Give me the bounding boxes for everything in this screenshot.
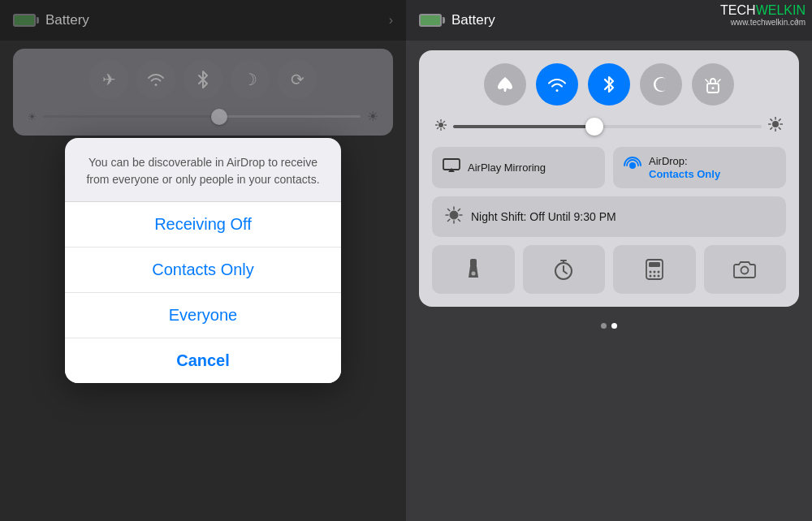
night-shift-icon — [445, 206, 463, 227]
svg-point-38 — [657, 271, 659, 273]
wifi-btn[interactable] — [536, 63, 578, 105]
flashlight-btn[interactable] — [432, 245, 515, 294]
svg-point-1 — [712, 87, 715, 89]
airdrop-btn[interactable]: AirDrop: Contacts Only — [613, 147, 786, 188]
svg-line-28 — [458, 219, 460, 221]
brightness-thumb — [585, 118, 603, 136]
airdrop-options: Receiving Off Contacts Only Everyone — [65, 202, 341, 338]
night-shift-label: Night Shift: Off Until 9:30 PM — [471, 210, 616, 223]
dot-2 — [611, 323, 617, 329]
right-control-panel: AirPlay Mirroring AirDrop: Contacts Only — [419, 50, 799, 307]
svg-point-36 — [649, 271, 651, 273]
svg-line-17 — [779, 127, 780, 129]
brightness-low-icon — [435, 119, 447, 133]
airdrop-overlay: You can be discoverable in AirDrop to re… — [0, 0, 406, 521]
airdrop-icon — [623, 156, 642, 179]
airplay-icon — [442, 157, 461, 178]
svg-point-11 — [772, 121, 779, 127]
brightness-fill — [453, 125, 592, 128]
airdrop-description: You can be discoverable in AirDrop to re… — [84, 154, 322, 188]
calculator-btn[interactable] — [613, 245, 696, 294]
feature-row: AirPlay Mirroring AirDrop: Contacts Only — [432, 147, 786, 188]
right-panel: TECHWELKIN www.techwelkin.com Battery › — [406, 0, 812, 521]
svg-point-21 — [629, 162, 636, 169]
bottom-icons-row — [432, 245, 786, 294]
svg-point-32 — [471, 272, 475, 276]
airdrop-label-text: AirDrop: — [649, 155, 688, 167]
airdrop-everyone[interactable]: Everyone — [65, 293, 341, 338]
watermark: TECHWELKIN www.techwelkin.com — [720, 3, 806, 27]
airdrop-dialog: You can be discoverable in AirDrop to re… — [65, 138, 341, 383]
timer-btn[interactable] — [523, 245, 606, 294]
svg-rect-31 — [470, 259, 477, 267]
watermark-brand: TECHWELKIN — [720, 3, 806, 18]
svg-line-30 — [448, 219, 450, 221]
airplay-btn[interactable]: AirPlay Mirroring — [432, 147, 605, 188]
page-indicators — [406, 316, 812, 335]
svg-line-7 — [437, 121, 438, 122]
svg-line-18 — [779, 119, 780, 121]
airdrop-cancel-btn[interactable]: Cancel — [65, 338, 341, 383]
bluetooth-btn[interactable] — [588, 63, 630, 105]
do-not-disturb-btn[interactable] — [640, 63, 682, 105]
svg-point-40 — [653, 275, 655, 278]
night-shift-btn[interactable]: Night Shift: Off Until 9:30 PM — [432, 196, 786, 237]
svg-line-19 — [771, 127, 772, 129]
airdrop-contacts-only[interactable]: Contacts Only — [65, 248, 341, 293]
left-panel: Battery › ✈ ☽ ⟳ ☀ — [0, 0, 406, 521]
right-toggle-row — [432, 63, 786, 105]
svg-point-37 — [653, 271, 655, 273]
airdrop-header: You can be discoverable in AirDrop to re… — [65, 138, 341, 202]
svg-rect-35 — [649, 262, 660, 267]
dot-1 — [601, 323, 607, 329]
camera-btn[interactable] — [704, 245, 787, 294]
svg-line-8 — [443, 127, 444, 128]
svg-line-10 — [437, 127, 438, 128]
brightness-slider-row — [432, 117, 786, 136]
brightness-high-icon — [768, 117, 783, 136]
svg-point-39 — [649, 275, 651, 278]
airplane-mode-btn[interactable] — [484, 63, 526, 105]
watermark-tech: TECH — [720, 3, 756, 17]
svg-point-41 — [657, 275, 659, 278]
airdrop-receiving-off[interactable]: Receiving Off — [65, 202, 341, 248]
svg-point-2 — [438, 123, 443, 127]
airdrop-status-text: Contacts Only — [649, 168, 720, 180]
watermark-url: www.techwelkin.com — [720, 18, 806, 27]
right-battery-icon — [419, 14, 442, 27]
airdrop-text: AirDrop: Contacts Only — [649, 155, 720, 180]
svg-line-16 — [771, 119, 772, 121]
svg-line-27 — [448, 209, 450, 211]
svg-point-22 — [450, 211, 458, 219]
brightness-track[interactable] — [453, 125, 762, 128]
svg-line-9 — [443, 121, 444, 122]
watermark-welkin: WELKIN — [756, 3, 806, 17]
screen-lock-btn[interactable] — [692, 63, 734, 105]
svg-point-42 — [741, 267, 749, 274]
airplay-label: AirPlay Mirroring — [468, 161, 546, 174]
svg-line-29 — [458, 209, 460, 211]
